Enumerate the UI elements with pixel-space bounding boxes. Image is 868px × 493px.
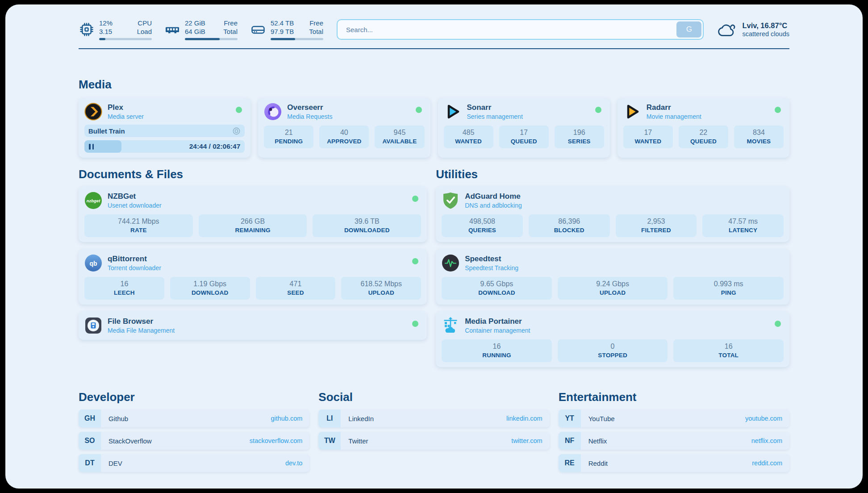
disk-label-1: Free	[309, 19, 323, 27]
bookmark-youtube[interactable]: YT YouTube youtube.com	[559, 409, 789, 427]
service-title: File Browser	[108, 317, 175, 326]
bookmark-abbr: LI	[318, 409, 341, 427]
bookmark-url: reddit.com	[752, 460, 782, 467]
cpu-icon	[79, 21, 95, 38]
bookmark-twitter[interactable]: TW Twitter twitter.com	[318, 432, 549, 450]
service-title: Radarr	[647, 103, 701, 112]
search-bar: G	[337, 19, 704, 40]
radarr-icon	[623, 103, 641, 121]
portainer-icon	[442, 317, 459, 334]
svg-text:qb: qb	[89, 260, 97, 267]
status-dot	[236, 107, 242, 113]
plex-icon	[84, 103, 102, 121]
service-card-speedtest[interactable]: Speedtest Speedtest Tracking 9.65 Gbps D…	[436, 249, 789, 305]
bookmark-name: YouTube	[588, 415, 745, 422]
status-dot	[775, 107, 781, 113]
cloud-icon	[717, 21, 737, 38]
section-title-media: Media	[79, 78, 789, 92]
now-playing-progress: 24:44 / 02:06:47	[84, 140, 245, 153]
sonarr-icon	[444, 103, 462, 121]
cpu-progress-track	[99, 38, 152, 40]
service-card-nzbget[interactable]: nzbget NZBGet Usenet downloader 744.21 M…	[79, 187, 427, 242]
bookmark-url: youtube.com	[745, 415, 782, 422]
service-subtitle: Media File Management	[108, 327, 175, 334]
bookmark-abbr: NF	[559, 432, 581, 450]
disk-widget: 52.4 TB 97.9 TB Free Total	[250, 19, 323, 40]
service-card-overseerr[interactable]: Overseerr Media Requests 21 PENDING 40 A…	[258, 98, 430, 158]
service-card-portainer[interactable]: Media Portainer Container management 16 …	[436, 312, 789, 367]
service-card-filebrowser[interactable]: File Browser Media File Management	[79, 312, 427, 340]
bookmark-name: Netflix	[588, 437, 751, 445]
stat-box: 1.19 Gbps DOWNLOAD	[170, 277, 250, 300]
cpu-label-2: Load	[137, 27, 152, 36]
service-title: AdGuard Home	[465, 192, 522, 201]
bookmark-name: StackOverflow	[108, 437, 250, 445]
now-playing-row: Bullet Train	[84, 125, 245, 137]
bookmark-abbr: DT	[79, 454, 101, 472]
stat-box: 22 QUEUED	[679, 125, 728, 148]
bookmark-name: Twitter	[348, 437, 511, 445]
bookmark-name: DEV	[108, 460, 285, 467]
bookmark-url: stackoverflow.com	[250, 437, 302, 444]
status-dot	[775, 321, 781, 327]
stat-box: 618.52 Mbps UPLOAD	[341, 277, 421, 300]
service-subtitle: Media Requests	[287, 113, 332, 120]
stat-box: 16 LEECH	[84, 277, 164, 300]
top-bar: 12% 3.15 CPU Load	[79, 19, 789, 40]
stat-box: 9.24 Gbps UPLOAD	[558, 277, 668, 300]
service-title: Media Portainer	[465, 317, 530, 326]
section-media: Media Plex Media server	[79, 78, 789, 158]
bookmark-dev[interactable]: DT DEV dev.to	[79, 454, 309, 472]
stat-box: 16 RUNNING	[442, 339, 552, 362]
stat-box: 744.21 Mbps RATE	[84, 214, 193, 237]
service-subtitle: Container management	[465, 327, 530, 334]
service-title: Overseerr	[287, 103, 332, 112]
stat-box: 834 MOVIES	[734, 125, 784, 148]
service-subtitle: DNS and adblocking	[465, 202, 522, 209]
stop-icon[interactable]	[232, 127, 241, 135]
disk-progress-track	[271, 38, 323, 40]
topbar-divider	[79, 48, 789, 49]
service-card-adguard[interactable]: AdGuard Home DNS and adblocking 498,508 …	[436, 187, 789, 242]
service-title: Plex	[108, 103, 144, 112]
stat-box: 471 SEED	[256, 277, 336, 300]
service-subtitle: Usenet downloader	[108, 202, 162, 209]
dashboard-page: 12% 3.15 CPU Load	[5, 4, 863, 489]
memory-progress-track	[185, 38, 238, 40]
bookmark-url: github.com	[271, 415, 302, 422]
service-title: Speedtest	[465, 255, 518, 263]
disk-free: 52.4 TB	[271, 19, 294, 27]
bookmark-abbr: SO	[79, 432, 101, 450]
bookmark-group-social: Social LI LinkedIn linkedin.com TW Twitt…	[318, 390, 549, 450]
service-card-qbittorrent[interactable]: qb qBittorrent Torrent downloader 16	[79, 249, 427, 305]
section-title-social: Social	[318, 390, 549, 404]
bookmark-reddit[interactable]: RE Reddit reddit.com	[559, 454, 789, 472]
search-input[interactable]	[339, 26, 676, 33]
section-utilities: Utilities AdGuard Home DNS and adblockin…	[436, 167, 789, 367]
stat-box: 0.993 ms PING	[673, 277, 784, 300]
cpu-percent: 12%	[99, 19, 113, 27]
service-card-sonarr[interactable]: Sonarr Series management 485 WANTED 17 Q…	[438, 98, 610, 158]
stat-box: 16 TOTAL	[673, 339, 784, 362]
stat-box: 485 WANTED	[444, 125, 493, 148]
weather-widget[interactable]: Lviv, 16.87°C scattered clouds	[717, 21, 789, 38]
resource-widgets: 12% 3.15 CPU Load	[79, 19, 323, 40]
bookmark-abbr: RE	[559, 454, 581, 472]
bookmark-netflix[interactable]: NF Netflix netflix.com	[559, 432, 789, 450]
stat-box: 86,396 BLOCKED	[529, 214, 610, 237]
bookmark-url: dev.to	[285, 460, 302, 467]
bookmark-github[interactable]: GH Github github.com	[79, 409, 309, 427]
search-provider-button[interactable]: G	[676, 21, 701, 38]
section-title-documents: Documents & Files	[79, 167, 427, 181]
disk-label-2: Total	[309, 27, 323, 36]
bookmark-stackoverflow[interactable]: SO StackOverflow stackoverflow.com	[79, 432, 309, 450]
bookmark-linkedin[interactable]: LI LinkedIn linkedin.com	[318, 409, 549, 427]
bookmark-abbr: TW	[318, 432, 341, 450]
section-title-developer: Developer	[79, 390, 309, 404]
memory-label-1: Free	[223, 19, 238, 27]
service-card-plex[interactable]: Plex Media server Bullet Train	[79, 98, 250, 158]
pause-icon[interactable]	[89, 144, 94, 150]
stat-box: 9.65 Gbps DOWNLOAD	[442, 277, 552, 300]
service-card-radarr[interactable]: Radarr Movie management 17 WANTED 22 QUE…	[618, 98, 789, 158]
bookmark-url: twitter.com	[511, 437, 542, 444]
